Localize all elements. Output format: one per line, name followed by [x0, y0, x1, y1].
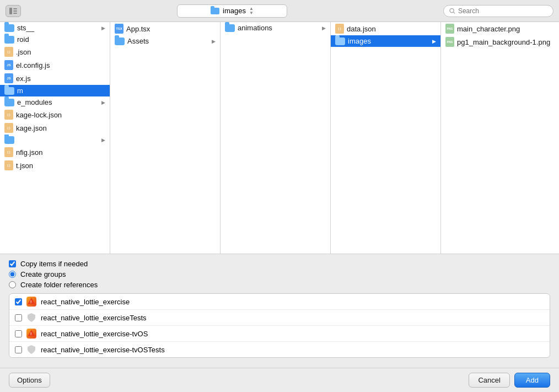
chevron-right-icon: ▶	[101, 25, 105, 31]
sidebar-toggle-button[interactable]	[6, 5, 21, 17]
list-item[interactable]: PNG main_character.png	[441, 22, 559, 35]
folder-icon	[4, 36, 14, 44]
json-file-icon: { }	[335, 24, 344, 34]
cancel-button[interactable]: Cancel	[469, 373, 509, 388]
png-file-icon: PNG	[445, 24, 454, 34]
folder-icon	[115, 37, 125, 45]
options-button[interactable]: Options	[9, 373, 50, 388]
options-area: Copy items if needed Create groups Creat…	[0, 254, 559, 368]
create-groups-radio[interactable]	[9, 271, 16, 278]
png-file-icon: PNG	[445, 37, 454, 47]
target-checkbox[interactable]	[15, 298, 22, 305]
list-item[interactable]: JS el.config.js	[0, 58, 110, 72]
tsx-file-icon: TSX	[115, 24, 123, 34]
create-folder-refs-radio[interactable]	[9, 281, 16, 288]
chevron-right-icon: ▶	[432, 39, 436, 44]
list-item[interactable]: { } data.json	[331, 22, 440, 35]
folder-icon	[335, 37, 345, 45]
list-item[interactable]: { } t.json	[0, 159, 110, 172]
list-item[interactable]: e_modules ▶	[0, 96, 110, 108]
json-file-icon: { }	[4, 47, 13, 57]
add-button[interactable]: Add	[514, 373, 550, 388]
table-row: react_native_lottie_exercise-tvOSTests	[9, 342, 550, 357]
toolbar: images ▲ ▼	[0, 0, 559, 22]
app-target-icon	[26, 329, 36, 339]
target-label: react_native_lottie_exerciseTests	[41, 314, 147, 322]
column-3: animations ▶	[221, 22, 331, 254]
triangle-icon	[28, 298, 35, 305]
list-item[interactable]: { } kage-lock.json	[0, 108, 110, 121]
target-label: react_native_lottie_exercise	[41, 298, 130, 306]
chevron-right-icon: ▶	[101, 137, 105, 143]
list-item[interactable]: ▶	[0, 135, 110, 146]
create-folder-refs-label: Create folder references	[20, 281, 98, 289]
list-item[interactable]: m	[0, 85, 110, 96]
column-2: TSX App.tsx Assets ▶	[110, 22, 221, 254]
button-bar: Options Cancel Add	[0, 368, 559, 392]
copy-items-row: Copy items if needed	[9, 260, 550, 268]
list-item[interactable]: { } .json	[0, 45, 110, 58]
path-folder-icon	[211, 8, 219, 14]
search-icon	[449, 8, 455, 14]
chevron-right-icon: ▶	[101, 100, 105, 105]
json-file-icon: { }	[4, 160, 13, 170]
folder-icon	[4, 99, 14, 106]
toolbar-path: images ▲ ▼	[25, 4, 439, 18]
create-groups-label: Create groups	[20, 270, 66, 278]
list-item[interactable]: { } kage.json	[0, 121, 110, 135]
list-item[interactable]: images ▶	[331, 35, 440, 47]
column-4: { } data.json images ▶	[331, 22, 441, 254]
file-picker-dialog: images ▲ ▼ sts__ ▶	[0, 0, 559, 392]
json-file-icon: { }	[4, 123, 13, 133]
list-item[interactable]: TSX App.tsx	[110, 22, 220, 35]
target-label: react_native_lottie_exercise-tvOSTests	[41, 346, 165, 354]
column-5: PNG main_character.png PNG pg1_main_back…	[441, 22, 559, 254]
json-file-icon: { }	[4, 110, 13, 120]
list-item[interactable]: roid	[0, 34, 110, 45]
svg-rect-1	[13, 8, 17, 9]
path-display[interactable]: images ▲ ▼	[177, 4, 287, 18]
create-folder-refs-row: Create folder references	[9, 281, 550, 289]
svg-line-5	[453, 12, 455, 13]
path-arrows: ▲ ▼	[249, 7, 254, 15]
column-1: sts__ ▶ roid { } .json JS el.config	[0, 22, 110, 254]
list-item[interactable]: Assets ▶	[110, 35, 220, 47]
list-item[interactable]: sts__ ▶	[0, 22, 110, 34]
list-item[interactable]: JS ex.js	[0, 72, 110, 85]
path-label: images	[223, 7, 246, 15]
create-groups-row: Create groups	[9, 270, 550, 278]
chevron-right-icon: ▶	[322, 25, 326, 31]
js-file-icon: JS	[4, 60, 13, 70]
svg-rect-0	[9, 8, 12, 14]
shield-target-icon	[26, 313, 36, 323]
copy-items-checkbox[interactable]	[9, 260, 16, 267]
search-box[interactable]	[443, 5, 553, 17]
shield-target-icon	[26, 345, 36, 355]
list-item[interactable]: { } nfig.json	[0, 146, 110, 159]
folder-icon	[225, 24, 235, 32]
targets-table: react_native_lottie_exercise react_nativ…	[9, 293, 550, 358]
chevron-right-icon: ▶	[212, 39, 216, 44]
target-checkbox[interactable]	[15, 346, 22, 353]
app-target-icon	[26, 297, 36, 307]
target-label: react_native_lottie_exercise-tvOS	[41, 330, 148, 338]
table-row: react_native_lottie_exerciseTests	[9, 310, 550, 326]
target-checkbox[interactable]	[15, 314, 22, 321]
json-file-icon: { }	[4, 147, 13, 157]
list-item[interactable]: PNG pg1_main_background-1.png	[441, 35, 559, 49]
target-checkbox[interactable]	[15, 330, 22, 337]
copy-items-label: Copy items if needed	[20, 260, 88, 268]
svg-rect-3	[13, 13, 17, 14]
list-item[interactable]: animations ▶	[221, 22, 330, 34]
table-row: react_native_lottie_exercise	[9, 294, 550, 310]
search-input[interactable]	[458, 7, 547, 15]
svg-rect-2	[13, 10, 17, 12]
file-browser: sts__ ▶ roid { } .json JS el.config	[0, 22, 559, 254]
folder-icon	[4, 87, 14, 95]
folder-icon	[4, 24, 14, 32]
svg-point-4	[450, 8, 454, 12]
js-file-icon: JS	[4, 73, 13, 83]
triangle-icon	[28, 330, 35, 337]
folder-icon	[4, 136, 14, 144]
table-row: react_native_lottie_exercise-tvOS	[9, 326, 550, 342]
